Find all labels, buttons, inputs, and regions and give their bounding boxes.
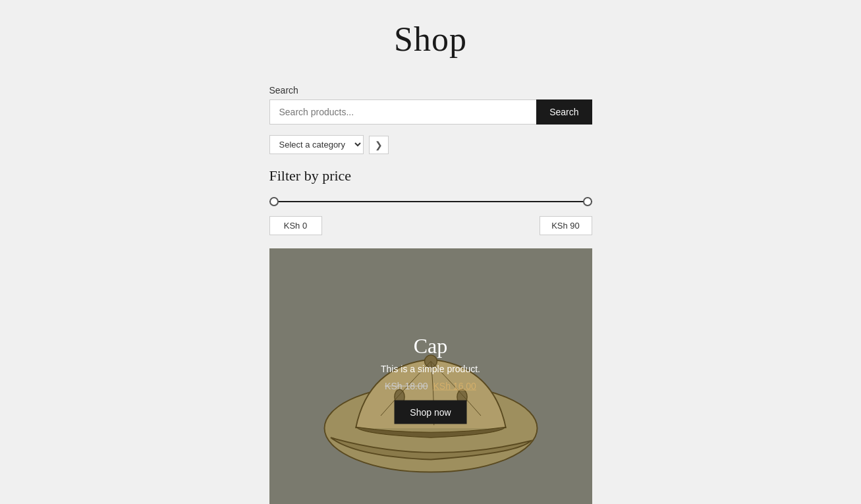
category-arrow-button[interactable]: ❯ (369, 136, 389, 154)
price-slider-track (269, 201, 592, 202)
product-image-area: Cap This is a simple product. KSh 18.00 … (269, 248, 592, 504)
page-title: Shop (394, 20, 467, 59)
price-slider-thumb-left[interactable] (269, 197, 279, 206)
price-slider-container (269, 195, 592, 208)
category-select[interactable]: Select a category Caps Shirts Pants (269, 135, 364, 154)
product-overlay: Cap This is a simple product. KSh 18.00 … (381, 333, 480, 424)
price-original: KSh 18.00 (385, 380, 428, 391)
product-description: This is a simple product. (381, 363, 480, 374)
search-button[interactable]: Search (536, 99, 592, 125)
product-prices: KSh 18.00 KSh 16.00 (381, 380, 480, 391)
search-section: Search Search (269, 85, 592, 125)
product-card: Cap This is a simple product. KSh 18.00 … (269, 248, 592, 504)
price-inputs-row: KSh 0 KSh 90 (269, 216, 592, 235)
search-row: Search (269, 99, 592, 125)
arrow-right-icon: ❯ (375, 140, 383, 150)
page-container: Shop Search Search Select a category Cap… (0, 0, 861, 504)
price-sale: KSh 16.00 (433, 380, 476, 391)
shop-content: Search Search Select a category Caps Shi… (269, 85, 592, 504)
search-label: Search (269, 85, 592, 96)
filter-price-section: Filter by price KSh 0 KSh 90 (269, 167, 592, 235)
shop-now-button[interactable]: Shop now (394, 400, 466, 424)
search-input[interactable] (269, 99, 537, 125)
category-row: Select a category Caps Shirts Pants ❯ (269, 135, 592, 154)
filter-price-title: Filter by price (269, 167, 592, 184)
price-slider-thumb-right[interactable] (583, 197, 592, 206)
price-max-input: KSh 90 (540, 216, 592, 235)
price-min-input: KSh 0 (269, 216, 322, 235)
product-name: Cap (381, 333, 480, 358)
